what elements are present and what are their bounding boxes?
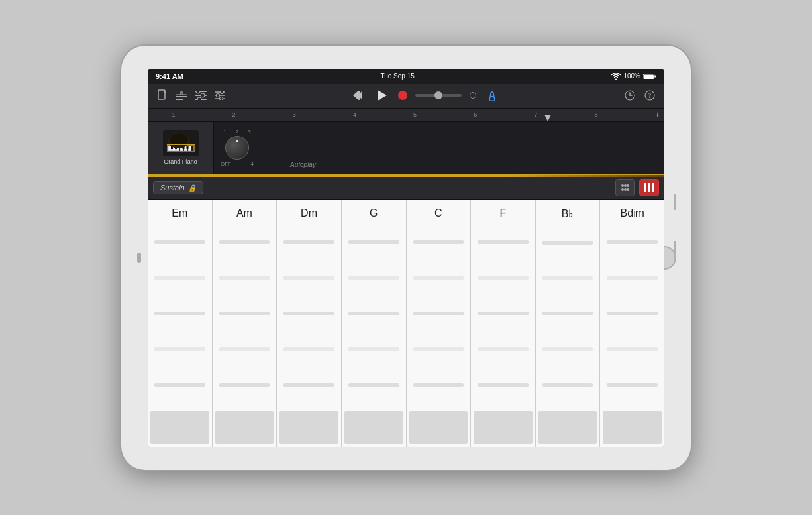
svg-line-26: [491, 96, 494, 97]
track-line: [280, 148, 664, 148]
ruler-mark-4: 4: [353, 111, 356, 118]
add-track-button[interactable]: +: [655, 109, 660, 120]
play-button[interactable]: [374, 87, 390, 103]
chord-layout-button[interactable]: [615, 179, 635, 196]
svg-rect-5: [182, 91, 187, 95]
track-name: Grand Piano: [164, 158, 197, 165]
help-button[interactable]: ?: [642, 87, 658, 103]
ipad-screen: 9:41 AM Tue Sep 15 100%: [148, 69, 664, 447]
ruler-mark-2: 2: [232, 111, 236, 118]
volume-slider[interactable]: [415, 94, 462, 97]
sustain-button[interactable]: Sustain 🔒: [153, 181, 203, 194]
controls-right: [615, 179, 659, 196]
playhead: [544, 115, 551, 121]
ruler-mark-3: 3: [293, 111, 296, 118]
ruler-mark-7: 7: [534, 111, 537, 118]
status-time: 9:41 AM: [156, 72, 183, 80]
status-date: Tue Sep 15: [380, 72, 414, 80]
status-bar: 9:41 AM Tue Sep 15 100%: [148, 69, 664, 84]
svg-rect-1: [654, 75, 656, 77]
track-lane: 1 2 3 OFF 4 Autoplay: [214, 122, 664, 174]
chord-area: Em Am Dm G: [148, 200, 664, 447]
toolbar-center: [232, 87, 618, 103]
rewind-button[interactable]: [350, 87, 366, 103]
settings-button[interactable]: [212, 87, 228, 103]
svg-point-50: [627, 184, 629, 187]
chord-key-am[interactable]: Am: [213, 200, 278, 447]
svg-point-13: [197, 97, 201, 100]
autoplay-label: Autoplay: [290, 161, 316, 168]
ipad-volume-down[interactable]: [674, 241, 676, 260]
chord-keys: Em Am Dm G: [148, 200, 664, 447]
svg-rect-47: [167, 144, 195, 146]
wifi-icon: [611, 73, 621, 80]
sustain-label: Sustain: [160, 184, 185, 192]
svg-point-53: [627, 188, 629, 191]
svg-point-11: [196, 91, 200, 93]
svg-point-51: [621, 188, 624, 191]
ipad-frame: 9:41 AM Tue Sep 15 100%: [121, 46, 691, 470]
knob-label-1: 1: [223, 129, 226, 135]
svg-rect-2: [644, 74, 654, 78]
mixer-button[interactable]: [193, 87, 209, 103]
ruler-mark-8: 8: [595, 111, 598, 118]
ipad-volume-up[interactable]: [674, 194, 676, 210]
chord-key-g[interactable]: G: [342, 200, 407, 447]
lock-icon: 🔒: [188, 184, 196, 192]
status-right: 100%: [611, 72, 656, 80]
chord-key-label: G: [342, 200, 406, 219]
toolbar-left: [154, 87, 228, 103]
view-toggle-button[interactable]: [174, 87, 189, 103]
svg-rect-54: [644, 183, 646, 192]
autoplay-knob[interactable]: [225, 136, 249, 160]
svg-point-48: [621, 184, 624, 187]
ruler-mark-1: 1: [172, 111, 175, 118]
svg-rect-7: [176, 99, 183, 100]
svg-rect-6: [176, 96, 187, 97]
loop-button[interactable]: [470, 92, 476, 99]
svg-point-18: [217, 94, 220, 97]
svg-rect-40: [188, 146, 191, 151]
new-song-button[interactable]: [154, 87, 170, 103]
piano-icon: [166, 131, 196, 155]
toolbar: ?: [148, 84, 664, 109]
svg-text:?: ?: [648, 92, 652, 99]
chord-key-label: Bdim: [600, 200, 664, 219]
chord-key-label: B♭: [536, 200, 600, 220]
ruler-mark-6: 6: [474, 111, 477, 118]
chord-key-label: Em: [148, 200, 212, 219]
svg-marker-20: [353, 91, 358, 100]
ipad-side-button[interactable]: [137, 253, 141, 263]
toolbar-right: ?: [622, 87, 658, 103]
track-area: Grand Piano 1 2 3 OFF 4: [148, 122, 664, 175]
knob-label-3: 3: [248, 129, 250, 135]
tempo-button[interactable]: [622, 87, 638, 103]
piano-thumbnail: [163, 130, 199, 156]
svg-rect-4: [176, 91, 181, 95]
knob-label-2: 2: [236, 129, 238, 135]
battery-icon: [643, 73, 656, 80]
controls-bar: Sustain 🔒: [148, 177, 664, 200]
svg-point-17: [221, 91, 224, 94]
ruler-mark-5: 5: [413, 111, 417, 118]
track-header[interactable]: Grand Piano: [148, 122, 214, 174]
chord-key-dm[interactable]: Dm: [277, 200, 342, 447]
svg-rect-44: [186, 146, 188, 149]
knob-label-4: 4: [251, 161, 254, 167]
svg-point-19: [220, 97, 223, 101]
chord-active-button[interactable]: [639, 179, 659, 196]
chord-key-label: Am: [213, 200, 277, 219]
chord-key-f[interactable]: F: [471, 200, 536, 447]
chord-key-bdim[interactable]: Bdim: [600, 200, 664, 447]
battery-level: 100%: [623, 72, 640, 80]
chord-key-b[interactable]: B♭: [536, 200, 601, 447]
chord-key-label: F: [471, 200, 535, 219]
knob-label-off: OFF: [221, 161, 231, 167]
chord-key-em[interactable]: Em: [148, 200, 213, 447]
ruler: 1 2 3 4 5 6 7 8 +: [148, 109, 664, 122]
svg-marker-32: [544, 115, 551, 121]
metronome-button[interactable]: [484, 87, 500, 103]
chord-key-c[interactable]: C: [407, 200, 472, 447]
record-button[interactable]: [398, 91, 407, 100]
knob-area: 1 2 3 OFF 4: [221, 129, 254, 167]
